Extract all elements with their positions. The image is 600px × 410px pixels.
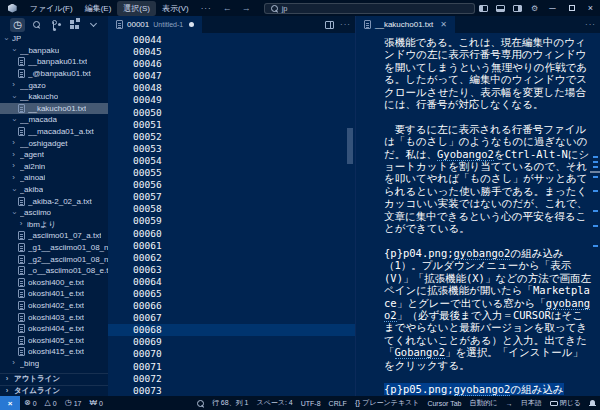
editor-line[interactable]: 00071 [108, 361, 355, 373]
indent-status[interactable]: スペース: 4 [252, 398, 296, 408]
nav-back-button[interactable]: ← [218, 2, 237, 14]
editor-line[interactable]: 00053 [108, 143, 355, 155]
text-editor[interactable]: 張機能である。これは、現在編集中のウィンドウの左に表示行番号専用のウィンドウを開… [355, 33, 600, 396]
scrollbar-thumb[interactable] [347, 128, 353, 164]
menu-item[interactable]: 編集(E) [79, 1, 118, 16]
toggle-sidebar-button[interactable] [475, 0, 492, 16]
editor-line[interactable]: 00056 [108, 179, 355, 191]
menu-item[interactable]: ファイル(F) [24, 1, 79, 16]
toggle-panel-button[interactable] [492, 0, 509, 16]
editor-line[interactable]: 00057 [108, 191, 355, 203]
editor-line[interactable]: 00060 [108, 228, 355, 240]
tree-file[interactable]: _o__asciimo01_08_e.txt [0, 265, 108, 277]
source-control-icon[interactable] [48, 18, 63, 32]
close-button[interactable]: × [581, 0, 600, 16]
tree-file[interactable]: _@banpaku01.txt [0, 68, 108, 80]
ime-close-status[interactable]: 閉じる [546, 398, 585, 408]
editor-line[interactable]: 00049 [108, 94, 355, 106]
tree-file[interactable]: _g1__asciimo01_08_n.txt [0, 242, 108, 254]
tree-file[interactable]: okoshi404_e.txt [0, 323, 108, 335]
tree-file[interactable]: _g2__asciimo01_08_n.txt [0, 253, 108, 265]
scroll-position-indicator[interactable] [590, 171, 600, 173]
editor-line[interactable]: 00068 [108, 324, 355, 336]
counter-status[interactable]: ₩0 [85, 399, 106, 407]
command-center-search[interactable]: jp [264, 3, 475, 14]
tree-file[interactable]: okoshi402_e.txt [0, 300, 108, 312]
tree-folder[interactable]: ›_akiba [0, 184, 108, 196]
tree-file[interactable]: okoshi415_e.txt [0, 346, 108, 358]
arrow-status-icon[interactable]: → [502, 400, 517, 407]
tree-folder[interactable]: ›_asciimo [0, 207, 108, 219]
settings-gear-icon[interactable]: ⚙ [526, 0, 543, 16]
language-mode-status[interactable]: {}プレーンテキスト [351, 398, 424, 408]
tree-folder[interactable]: ›__kakucho [0, 91, 108, 103]
eol-status[interactable]: CRLF [325, 400, 351, 407]
menu-item[interactable]: 表示(V) [156, 1, 195, 16]
tree-folder[interactable]: ›_ai2nin [0, 161, 108, 173]
tree-folder[interactable]: ›ibmより [0, 219, 108, 231]
tab-kakucho01[interactable]: __kakucho01.txt ✕ [356, 16, 455, 33]
tree-file[interactable]: okoshi401_e.txt [0, 288, 108, 300]
timer-status[interactable]: ◷17 [61, 399, 86, 407]
editor-line[interactable]: 00054 [108, 155, 355, 167]
editor-line[interactable]: 00063 [108, 264, 355, 276]
menu-more-button[interactable]: ··· [195, 2, 218, 15]
editor-line[interactable]: 00050 [108, 107, 355, 119]
restore-button[interactable] [562, 0, 581, 16]
editor-line[interactable]: 00067 [108, 312, 355, 324]
editor-line[interactable]: 00048 [108, 82, 355, 94]
tree-folder[interactable]: ›_bing [0, 358, 108, 370]
editor-line[interactable]: 00045 [108, 46, 355, 58]
editor-more-actions-icon[interactable]: ··· [585, 20, 596, 29]
search-view-icon[interactable] [29, 18, 44, 32]
problems-errors[interactable]: ⊗0 [20, 399, 41, 407]
more-views-chevron-icon[interactable] [86, 18, 101, 32]
minimize-button[interactable]: ─ [543, 0, 562, 16]
tree-file[interactable]: _akiba-2_02_a.txt [0, 195, 108, 207]
outline-section-header[interactable]: › アウトライン [0, 373, 108, 385]
editor-line[interactable]: 00047 [108, 70, 355, 82]
tree-folder[interactable]: ›__macada [0, 114, 108, 126]
editor-line[interactable]: 00073 [108, 385, 355, 396]
editor-line[interactable]: 00069 [108, 336, 355, 348]
tab-close-icon[interactable]: ✕ [440, 20, 447, 29]
tree-file[interactable]: __kakucho01.txt [0, 103, 108, 115]
timeline-section-header[interactable]: › タイムライン [0, 385, 108, 397]
tree-folder[interactable]: ›__oshigadget [0, 137, 108, 149]
search-status-icon[interactable] [193, 400, 208, 407]
tree-file[interactable]: __macada01_a.txt [0, 126, 108, 138]
tree-file[interactable]: okoshi403_e.txt [0, 311, 108, 323]
editor-line[interactable]: 00072 [108, 373, 355, 385]
toggle-secondary-sidebar-button[interactable] [509, 0, 526, 16]
split-editor-icon[interactable] [325, 21, 334, 29]
editor-line[interactable]: 00070 [108, 348, 355, 360]
tree-file[interactable]: __banpaku01.txt [0, 56, 108, 68]
tree-folder[interactable]: ›_ainoai [0, 172, 108, 184]
tree-folder[interactable]: ›_agent [0, 149, 108, 161]
tree-file[interactable]: okoshi405_e.txt [0, 334, 108, 346]
tree-folder[interactable]: ›__banpaku [0, 45, 108, 57]
tab-untitled-1[interactable]: 00001 Untitled-1 [108, 16, 202, 33]
editor-line[interactable]: 00066 [108, 300, 355, 312]
notifications-bell[interactable] [585, 400, 600, 407]
tree-folder[interactable]: ›__gazo [0, 79, 108, 91]
cursor-position[interactable]: 行 68、列 1 [208, 398, 253, 408]
nav-forward-button[interactable]: → [237, 2, 256, 14]
remote-indicator[interactable]: × [0, 396, 20, 410]
editor-line[interactable]: 00061 [108, 240, 355, 252]
extensions-icon[interactable] [67, 18, 82, 32]
history-icon[interactable]: ◷ [10, 18, 25, 32]
editor-line[interactable]: 00055 [108, 167, 355, 179]
tree-file[interactable]: _asciimo01_07_a.txt [0, 230, 108, 242]
editor-more-actions-icon[interactable]: ··· [340, 20, 351, 29]
tree-folder[interactable]: ›JP [0, 33, 108, 45]
problems-warnings[interactable]: △0 [41, 399, 61, 407]
editor-line[interactable]: 00051 [108, 119, 355, 131]
editor-line[interactable]: 00052 [108, 131, 355, 143]
menu-item[interactable]: 選択(S) [117, 1, 156, 16]
line-number-editor[interactable]: 0004400045000460004700048000490005000051… [108, 33, 355, 396]
tree-file[interactable]: okoshi400_e.txt [0, 276, 108, 288]
autosave-status[interactable]: 自動的に [466, 398, 502, 408]
editor-line[interactable]: 00065 [108, 288, 355, 300]
editor-line[interactable]: 00059 [108, 215, 355, 227]
